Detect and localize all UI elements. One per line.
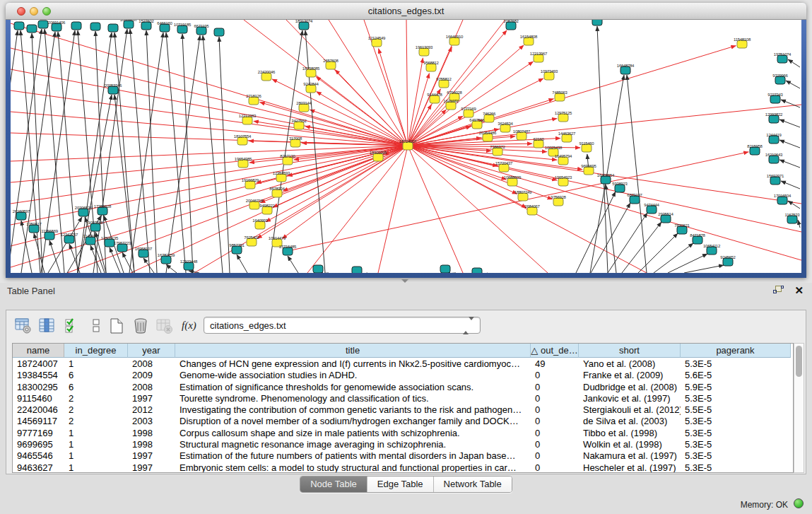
table-cell: 1997 — [128, 450, 175, 462]
svg-text:10688609: 10688609 — [504, 175, 522, 180]
network-canvas[interactable]: 1872400718300295224200462718126122133831… — [11, 20, 801, 273]
svg-text:16648784: 16648784 — [617, 64, 635, 68]
svg-text:5938923: 5938923 — [612, 182, 628, 186]
svg-text:19654985: 19654985 — [235, 157, 252, 161]
table-select-dropdown[interactable]: citations_edges.txt — [204, 317, 481, 334]
table-header-row: namein_degreeyeartitle△ out_de…shortpage… — [13, 344, 793, 358]
table-panel-title: Table Panel — [7, 286, 55, 296]
scrollbar-thumb[interactable] — [796, 346, 802, 377]
table-cell: 5.5E-5 — [681, 404, 791, 416]
svg-text:12213967: 12213967 — [530, 52, 548, 56]
column-header-title[interactable]: title — [175, 344, 531, 358]
column-header-pagerank[interactable]: pagerank — [681, 344, 791, 358]
svg-text:9227343: 9227343 — [767, 93, 783, 97]
svg-text:12213383: 12213383 — [239, 114, 257, 118]
table-cell: Tourette syndrome. Phenomenology and cla… — [175, 393, 531, 404]
svg-text:7485063: 7485063 — [552, 90, 567, 95]
table-cell: 5.3E-5 — [681, 358, 791, 370]
tab-network-table[interactable]: Network Table — [434, 477, 512, 492]
table-cell: Corpus callosum shape and size in male p… — [175, 428, 531, 439]
svg-text:18107554: 18107554 — [234, 134, 252, 139]
table-cell: Hescheler et al. (1997) — [579, 462, 681, 473]
table-tabs: Node TableEdge TableNetwork Table — [0, 476, 812, 493]
table-cell: 6 — [64, 370, 128, 381]
table-row[interactable]: 977716911998Corpus callosum shape and si… — [13, 428, 793, 439]
network-view-window[interactable]: citations_edges.txt 18724007183002952242… — [6, 3, 806, 278]
table-cell: 0 — [531, 393, 579, 404]
unselect-rows-icon[interactable] — [88, 317, 105, 334]
memory-status-label: Memory: OK — [741, 500, 788, 510]
column-header-in_degree[interactable]: in_degree — [64, 344, 128, 358]
table-cell: Embryonic stem cells: a model to study s… — [175, 462, 531, 473]
svg-text:317008: 317008 — [289, 136, 302, 141]
svg-text:14463627: 14463627 — [558, 132, 576, 136]
table-cell: 0 — [531, 450, 579, 462]
delete-table-icon[interactable] — [132, 317, 149, 334]
function-builder-icon[interactable]: f(x) — [182, 320, 199, 337]
tab-edge-table[interactable]: Edge Table — [367, 477, 434, 492]
table-row[interactable]: 946362711997Embryonic stem cells: a mode… — [13, 462, 793, 473]
column-header-name[interactable]: name — [13, 344, 64, 358]
table-row[interactable]: 1830029562008Estimation of significance … — [13, 382, 793, 393]
svg-text:10807487: 10807487 — [513, 129, 531, 134]
svg-text:6671195: 6671195 — [194, 24, 210, 28]
table-row[interactable]: 1938455462009Genome-wide association stu… — [13, 370, 793, 381]
svg-text:10973493: 10973493 — [541, 69, 558, 74]
svg-text:6879197: 6879197 — [627, 193, 642, 197]
svg-text:17957223: 17957223 — [114, 241, 131, 245]
column-header-short[interactable]: short — [579, 344, 681, 358]
window-titlebar[interactable]: citations_edges.txt — [6, 3, 806, 20]
svg-text:1350617: 1350617 — [26, 222, 42, 226]
svg-text:26160597: 26160597 — [13, 209, 30, 214]
close-panel-icon[interactable]: ✕ — [794, 284, 804, 297]
select-all-icon[interactable] — [64, 317, 81, 334]
table-settings-icon[interactable] — [15, 317, 32, 334]
svg-text:10654112: 10654112 — [703, 244, 721, 248]
table-cell: 0 — [531, 439, 579, 450]
table-vertical-scrollbar[interactable] — [794, 343, 804, 473]
svg-text:7386372: 7386372 — [490, 145, 505, 149]
table-cell: Changes of HCN gene expression and I(f) … — [175, 358, 531, 370]
table-cell: 1 — [64, 450, 128, 462]
svg-text:2657608: 2657608 — [323, 59, 339, 63]
table-row[interactable]: 1456911722003Disruption of a novel membe… — [13, 416, 793, 427]
svg-text:16154808: 16154808 — [520, 35, 538, 39]
svg-text:62160: 62160 — [533, 137, 544, 141]
svg-text:9115460: 9115460 — [579, 141, 595, 146]
table-cell: 5.3E-5 — [681, 439, 791, 450]
table-row[interactable]: 969969511998Structural magnetic resonanc… — [13, 439, 793, 450]
table-cell: 9699695 — [13, 439, 64, 450]
svg-text:9245652: 9245652 — [720, 255, 736, 259]
svg-text:16958107: 16958107 — [135, 247, 153, 251]
table-row[interactable]: 911546021997Tourette syndrome. Phenomeno… — [13, 393, 793, 404]
svg-text:2803144: 2803144 — [296, 101, 312, 105]
table-cell: 18300295 — [13, 382, 64, 393]
table-cell: 0 — [531, 404, 579, 416]
svg-text:9242844: 9242844 — [303, 82, 319, 86]
svg-text:9474444: 9474444 — [644, 203, 659, 207]
svg-text:9498222: 9498222 — [259, 204, 275, 208]
table-row[interactable]: 1872400712008Changes of HCN gene express… — [13, 358, 793, 370]
column-header-out_de[interactable]: △ out_de… — [531, 344, 579, 358]
column-header-year[interactable]: year — [128, 344, 175, 358]
table-cell: 1 — [64, 358, 128, 370]
tab-node-table[interactable]: Node Table — [300, 477, 367, 492]
float-panel-icon[interactable] — [773, 286, 784, 296]
table-row[interactable]: 946554611997Estimation of the future num… — [13, 450, 793, 462]
table-cell: 18724007 — [13, 358, 64, 370]
table-cell: 9777169 — [13, 428, 64, 439]
svg-text:20053346: 20053346 — [105, 83, 122, 88]
table-cell: Dudbridge et al. (2008) — [579, 382, 681, 393]
svg-text:8267130: 8267130 — [280, 154, 295, 158]
memory-status-indicator[interactable] — [794, 498, 804, 508]
table-row[interactable]: 2242004622012Investigating the contribut… — [13, 404, 793, 416]
table-cell: de Silva et al. (2003) — [579, 416, 681, 427]
svg-text:2684067: 2684067 — [524, 204, 540, 209]
svg-text:11548108: 11548108 — [734, 37, 751, 42]
table-cell: Yano et al. (2008) — [579, 358, 681, 370]
select-column-icon[interactable] — [39, 317, 56, 334]
svg-text:3427552: 3427552 — [291, 119, 307, 123]
table-cell: 1997 — [128, 462, 175, 473]
table-cell: 6 — [64, 382, 128, 393]
new-table-icon[interactable] — [108, 317, 125, 334]
